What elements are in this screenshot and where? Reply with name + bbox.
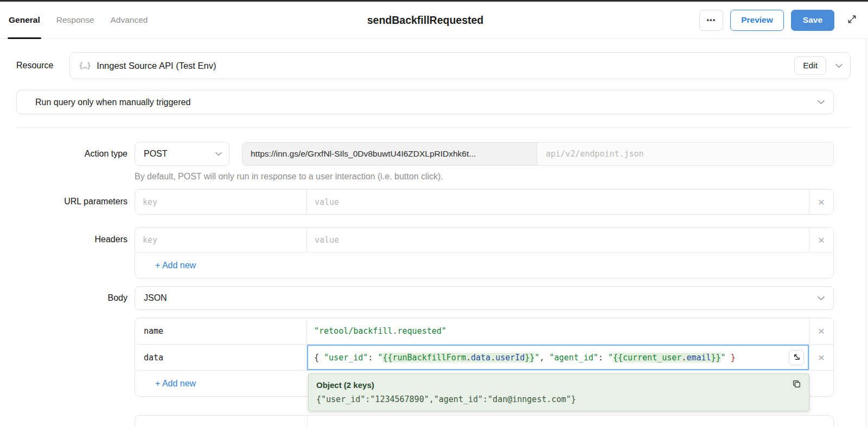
header-key-input[interactable]: [135, 228, 307, 252]
chevron-down-icon: [818, 100, 825, 105]
close-icon: ×: [818, 325, 825, 338]
tab-response[interactable]: Response: [56, 2, 94, 38]
evaluation-popup: Object (2 keys) {"user_id":"1234567890",…: [308, 373, 809, 411]
expand-editor-icon: [793, 353, 801, 363]
tab-response-label: Response: [56, 15, 94, 25]
query-title: sendBackfillRequested: [367, 14, 484, 27]
close-icon: ×: [818, 351, 825, 364]
tab-advanced[interactable]: Advanced: [111, 2, 148, 38]
body-name-value-cell[interactable]: "retool/backfill.requested": [307, 318, 809, 344]
header-key-cell: [135, 228, 307, 252]
save-button[interactable]: Save: [791, 10, 834, 31]
open-editor-button[interactable]: [789, 350, 804, 365]
section-divider: [16, 127, 851, 128]
ellipsis-icon: •••: [707, 16, 716, 24]
resource-label: Resource: [16, 61, 69, 70]
chevron-down-icon: [818, 296, 825, 301]
copy-value-button[interactable]: [792, 379, 801, 390]
preview-button[interactable]: Preview: [730, 10, 784, 31]
request-form: Action type POST https://inn.gs/e/GrxfNl…: [16, 142, 834, 397]
post-run-hint: By default, POST will only run in respon…: [135, 172, 834, 182]
header-value-input[interactable]: [307, 228, 809, 252]
remove-url-param-button[interactable]: ×: [809, 190, 833, 214]
body-type-value: JSON: [144, 293, 167, 303]
close-icon: ×: [818, 196, 825, 209]
url-param-row: ×: [135, 190, 833, 214]
url-param-value-input[interactable]: [307, 190, 809, 214]
body-name-value: "retool/backfill.requested": [307, 326, 454, 336]
body-data-key-cell[interactable]: data: [135, 345, 307, 370]
headers-row: Headers × + Add new: [16, 227, 834, 279]
rest-api-braces-icon: {…}: [79, 61, 91, 70]
query-editor-header: General Response Advanced sendBackfillRe…: [0, 2, 868, 39]
kv-divider: [307, 416, 308, 427]
headers-label: Headers: [16, 227, 127, 251]
url-param-key-cell: [135, 190, 307, 214]
tab-advanced-label: Advanced: [111, 15, 148, 25]
http-method-value: POST: [144, 149, 168, 159]
body-type-row: Body JSON: [16, 286, 834, 310]
body-name-key-cell[interactable]: name: [135, 318, 307, 344]
close-icon: ×: [818, 234, 825, 247]
header-row: ×: [135, 228, 833, 252]
url-field: https://inn.gs/e/GrxfNl-SIls_0Dv8buwtU4I…: [242, 142, 834, 166]
more-options-button[interactable]: •••: [699, 10, 723, 31]
fullscreen-expand-button[interactable]: [844, 12, 859, 28]
resource-name: Inngest Source API (Test Env): [97, 61, 216, 71]
add-body-param-button[interactable]: + Add new: [155, 379, 196, 389]
remove-body-name-button[interactable]: ×: [809, 318, 833, 344]
resource-row: Resource {…} Inngest Source API (Test En…: [16, 52, 851, 79]
data-code[interactable]: { "user_id": "{{runBackfillForm.data.use…: [307, 353, 786, 363]
url-parameters-label: URL parameters: [16, 189, 127, 214]
body-data-key: data: [135, 353, 172, 363]
remove-body-data-button[interactable]: ×: [809, 345, 833, 370]
base-url: https://inn.gs/e/GrxfNl-SIls_0Dv8buwtU4I…: [242, 143, 537, 165]
query-tabs: General Response Advanced: [9, 2, 148, 38]
expand-arrows-icon: [847, 14, 857, 26]
tab-general[interactable]: General: [9, 2, 40, 38]
remove-header-button[interactable]: ×: [809, 228, 833, 252]
body-name-key: name: [135, 326, 172, 336]
evaluation-preview-value: {"user_id":"1234567890","agent_id":"dan@…: [316, 394, 801, 404]
url-parameters-row: URL parameters ×: [16, 189, 834, 215]
body-label: Body: [16, 286, 127, 310]
headers-add-row: + Add new: [135, 252, 833, 278]
body-row-data: data { "user_id": "{{runBackfillForm.dat…: [135, 344, 833, 370]
next-body-row-partial: [135, 415, 834, 427]
url-path-input[interactable]: [538, 143, 832, 165]
edit-resource-button[interactable]: Edit: [794, 56, 826, 75]
chevron-down-icon: [215, 152, 222, 156]
action-type-row: Action type POST https://inn.gs/e/GrxfNl…: [16, 142, 834, 166]
resource-select[interactable]: {…} Inngest Source API (Test Env) Edit: [69, 52, 851, 79]
header-value-cell: [307, 228, 809, 252]
panel-right-border: [866, 39, 866, 427]
run-trigger-value: Run query only when manually triggered: [35, 98, 190, 107]
http-method-select[interactable]: POST: [135, 142, 229, 166]
body-row-name: name "retool/backfill.requested" ×: [135, 318, 833, 344]
chevron-down-icon: [835, 63, 843, 68]
action-type-label: Action type: [16, 142, 127, 166]
copy-icon: [792, 379, 801, 390]
tab-general-label: General: [9, 15, 40, 25]
url-param-key-input[interactable]: [135, 190, 307, 214]
url-param-value-cell: [307, 190, 809, 214]
add-header-button[interactable]: + Add new: [155, 261, 196, 270]
run-trigger-select[interactable]: Run query only when manually triggered: [16, 90, 834, 114]
header-actions: ••• Preview Save: [699, 10, 859, 31]
url-path-cell: [537, 143, 833, 165]
body-data-value-cell[interactable]: { "user_id": "{{runBackfillForm.data.use…: [307, 345, 809, 370]
evaluation-type: Object (2 keys): [316, 380, 374, 390]
body-type-select[interactable]: JSON: [135, 286, 834, 310]
